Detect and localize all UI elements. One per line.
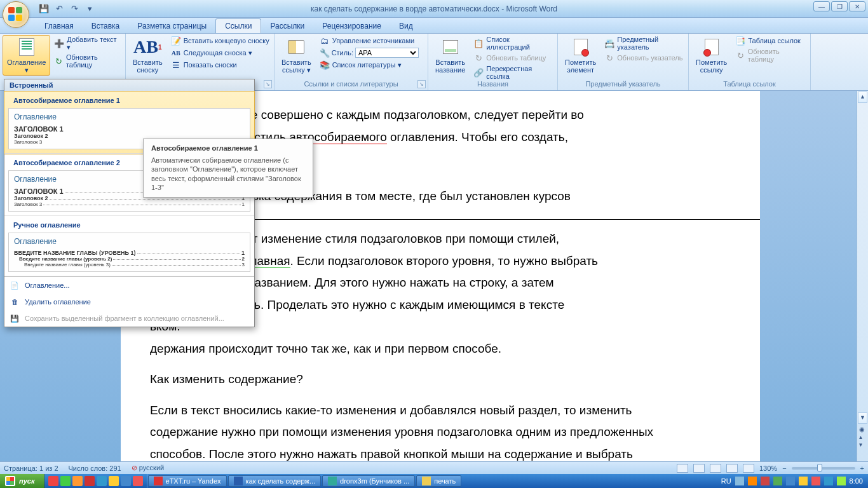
insert-index-button[interactable]: 📇Предметный указатель: [602, 35, 686, 51]
tab-layout[interactable]: Разметка страницы: [128, 19, 215, 33]
tab-review[interactable]: Рецензирование: [313, 19, 390, 33]
update-index-button[interactable]: ↻Обновить указатель: [602, 52, 686, 64]
citation-icon: [286, 37, 306, 57]
tab-mailings[interactable]: Рассылки: [261, 19, 313, 33]
insert-citation-button[interactable]: Вставить ссылку ▾: [277, 35, 316, 76]
ribbon-tabs: Главная Вставка Разметка страницы Ссылки…: [0, 18, 868, 34]
gallery-cmd-remove[interactable]: 🗑Удалить оглавление: [4, 294, 254, 310]
status-page[interactable]: Страница: 1 из 2: [4, 464, 58, 472]
tray-icon-3[interactable]: [761, 477, 770, 485]
tray-icon-9[interactable]: [837, 477, 846, 485]
view-web[interactable]: [710, 464, 721, 473]
footnote-icon: AB1: [137, 37, 158, 57]
gallery-manual[interactable]: Ручное оглавление Оглавление ВВЕДИТЕ НАЗ…: [4, 216, 254, 276]
zoom-slider[interactable]: [792, 467, 855, 470]
scroll-up-icon[interactable]: ▲: [858, 92, 867, 103]
qat-customize-icon[interactable]: ▾: [84, 3, 95, 15]
maximize-button[interactable]: ❐: [831, 1, 848, 11]
status-words[interactable]: Число слов: 291: [69, 464, 121, 472]
tab-references[interactable]: Ссылки: [215, 18, 261, 33]
tray-icon-1[interactable]: [735, 477, 744, 485]
next-footnote-button[interactable]: ABСледующая сноска ▾: [169, 47, 271, 58]
save-icon[interactable]: 💾: [38, 3, 50, 15]
folder-icon: [422, 477, 431, 485]
tooltip-title: Автособираемое оглавление 1: [151, 144, 305, 152]
view-outline[interactable]: [726, 464, 738, 473]
toc-button[interactable]: Оглавление▾: [3, 35, 50, 76]
taskbar-item-3[interactable]: dronx3m (Бунчиков ...: [322, 475, 415, 487]
ql-icon-4[interactable]: [85, 476, 95, 486]
undo-icon[interactable]: ↶: [53, 3, 65, 15]
office-button[interactable]: [3, 1, 29, 28]
taskbar-item-2[interactable]: как сделать содерж...: [228, 475, 322, 487]
citations-launcher[interactable]: ↘: [417, 80, 426, 88]
taskbar: пуск eTXT.ru – Yandex как сделать содерж…: [0, 474, 868, 488]
mark-citation-icon: [702, 37, 722, 57]
update-toa-button[interactable]: ↻Обновить таблицу: [733, 47, 808, 64]
tray-icon-4[interactable]: [773, 477, 782, 485]
taskbar-item-4[interactable]: печать: [416, 475, 461, 487]
insert-footnote-button[interactable]: AB1 Вставить сноску: [128, 35, 167, 76]
scroll-down-icon[interactable]: ▼: [858, 412, 867, 424]
tray-icon-5[interactable]: [786, 477, 795, 485]
toc-dialog-icon: 📄: [10, 280, 20, 290]
toc-icon: [17, 37, 37, 57]
mark-citation-button[interactable]: Пометить ссылку: [691, 35, 731, 76]
table-of-figures-button[interactable]: 📋Список иллюстраций: [471, 35, 555, 51]
update-toc-button[interactable]: ↻Обновить таблицу: [52, 53, 123, 69]
insert-toa-button[interactable]: 📑Таблица ссылок: [733, 35, 808, 46]
tray-icon-7[interactable]: [811, 477, 820, 485]
browse-object-icon[interactable]: ◉▴▾: [859, 426, 865, 449]
tab-insert[interactable]: Вставка: [83, 19, 129, 33]
ql-icon-2[interactable]: [60, 476, 71, 486]
mark-entry-button[interactable]: Пометить элемент: [560, 35, 600, 76]
bibliography-button[interactable]: 📚Список литературы ▾: [318, 59, 421, 71]
ql-icon-1[interactable]: [48, 476, 58, 486]
group-index: Пометить элемент 📇Предметный указатель ↻…: [558, 34, 689, 90]
status-lang[interactable]: ⊘ русский: [132, 464, 165, 472]
close-button[interactable]: ✕: [849, 1, 865, 11]
chat-icon: [328, 477, 337, 485]
ql-icon-8[interactable]: [133, 476, 143, 486]
style-icon: 🔧: [320, 48, 330, 58]
cross-reference-button[interactable]: 🔗Перекрестная ссылка: [471, 64, 555, 81]
minimize-button[interactable]: ―: [813, 1, 830, 11]
ql-icon-6[interactable]: [109, 476, 119, 486]
windows-logo-icon: [5, 476, 15, 486]
tab-home[interactable]: Главная: [36, 19, 83, 33]
redo-icon[interactable]: ↷: [69, 3, 80, 15]
tray-clock[interactable]: 8:00: [850, 477, 863, 485]
window-title: как сделать содержание в ворде автоматич…: [311, 4, 557, 13]
zoom-in-button[interactable]: +: [860, 464, 864, 472]
refresh-icon: ↻: [54, 56, 64, 66]
ql-icon-5[interactable]: [97, 476, 107, 486]
ql-icon-7[interactable]: [121, 476, 131, 486]
refresh-icon: ↻: [735, 50, 745, 60]
zoom-level[interactable]: 130%: [759, 464, 777, 472]
taskbar-item-1[interactable]: eTXT.ru – Yandex: [148, 475, 227, 487]
view-print-layout[interactable]: [677, 464, 688, 473]
start-button[interactable]: пуск: [0, 474, 44, 488]
next-footnote-icon: AB: [171, 48, 181, 58]
vertical-scrollbar[interactable]: ▲ ▼ ◉▴▾: [857, 91, 868, 461]
tray-icon-6[interactable]: [799, 477, 808, 485]
tab-view[interactable]: Вид: [390, 19, 422, 33]
ql-icon-3[interactable]: [72, 476, 83, 486]
view-full-screen[interactable]: [693, 464, 705, 473]
insert-caption-button[interactable]: Вставить название: [431, 35, 470, 76]
insert-endnote-button[interactable]: 📝Вставить концевую сноску: [169, 35, 271, 46]
refresh-icon: ↻: [473, 53, 484, 63]
add-text-button[interactable]: ➕Добавить текст ▾: [52, 35, 123, 52]
show-footnotes-button[interactable]: ☰Показать сноски: [169, 59, 271, 71]
tray-icon-2[interactable]: [748, 477, 757, 485]
footnotes-launcher[interactable]: ↘: [264, 80, 272, 88]
tray-icon-8[interactable]: [824, 477, 833, 485]
gallery-cmd-insert[interactable]: 📄Оглавление...: [4, 277, 254, 294]
update-tof-button[interactable]: ↻Обновить таблицу: [471, 52, 555, 64]
citation-style-select[interactable]: APA: [355, 48, 419, 58]
manage-sources-button[interactable]: 🗂Управление источниками: [318, 35, 421, 46]
view-draft[interactable]: [743, 464, 754, 473]
tray-lang[interactable]: RU: [721, 477, 731, 485]
group-captions: Вставить название 📋Список иллюстраций ↻О…: [428, 34, 558, 90]
zoom-out-button[interactable]: −: [782, 464, 786, 472]
